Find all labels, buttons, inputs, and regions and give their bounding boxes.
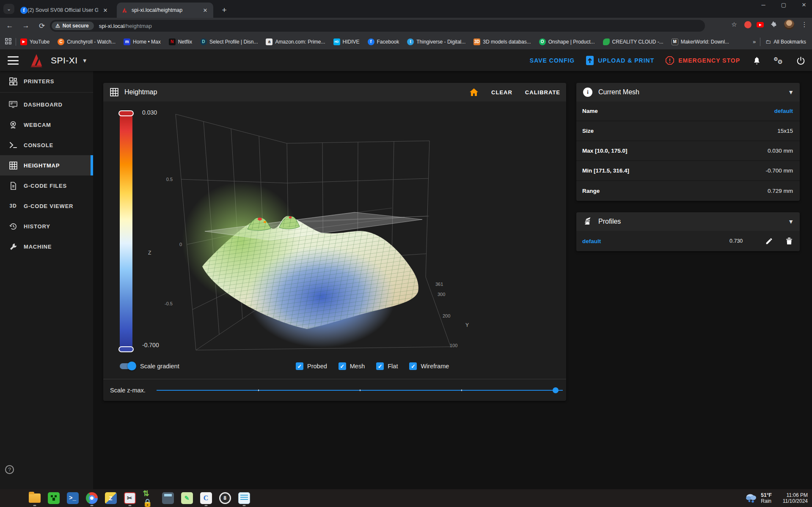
clock-date: 11/10/2024 xyxy=(783,498,808,504)
browser-menu-icon[interactable]: ⋮ xyxy=(799,19,809,30)
printer-select-chevron-icon[interactable]: ▼ xyxy=(82,58,88,64)
taskbar-chrome[interactable] xyxy=(82,489,101,507)
taskbar-snipping-tool[interactable]: ✂ xyxy=(120,489,139,507)
sidebar-item-gcode-viewer[interactable]: 3D G-CODE VIEWER xyxy=(0,196,93,216)
not-secure-chip[interactable]: ⚠ Not secure xyxy=(52,22,94,30)
taskbar-c-app[interactable]: C xyxy=(196,489,215,507)
sidebar-item-heightmap[interactable]: HEIGHTMAP xyxy=(0,155,93,175)
back-button[interactable]: ← xyxy=(3,19,16,32)
settings-gears-icon[interactable]: ⚙⚙ xyxy=(773,55,784,66)
bookmark-thingiverse[interactable]: tThingiverse - Digital... xyxy=(407,38,465,45)
sidebar-item-history[interactable]: HISTORY xyxy=(0,216,93,236)
colorbar-min-handle[interactable] xyxy=(118,346,134,352)
bookmark-hidive[interactable]: HDHIDIVE xyxy=(333,38,360,45)
extensions-puzzle-icon[interactable] xyxy=(769,19,779,30)
bookmark-3dmodels[interactable]: 3D3D models databas... xyxy=(473,38,531,45)
profile-name-link[interactable]: default xyxy=(582,238,601,244)
scale-zmax-slider[interactable] xyxy=(157,390,563,391)
sidebar-item-machine[interactable]: MACHINE xyxy=(0,236,93,257)
youtube-favicon: ▶ xyxy=(20,38,27,45)
bookmark-youtube[interactable]: ▶YouTube xyxy=(20,38,50,45)
calibrate-button[interactable]: CALIBRATE xyxy=(525,89,560,96)
bookmark-onshape[interactable]: OOnshape | Product... xyxy=(539,38,595,45)
taskbar-minecraft[interactable] xyxy=(44,489,63,507)
window-minimize-button[interactable]: ─ xyxy=(758,2,769,8)
bookmark-facebook[interactable]: fFacebook xyxy=(368,38,399,45)
sidebar-item-console[interactable]: CONSOLE xyxy=(0,135,93,155)
save-config-button[interactable]: SAVE CONFIG xyxy=(530,57,575,64)
new-tab-button[interactable]: + xyxy=(218,4,230,16)
address-bar[interactable]: ⚠ Not secure spi-xi.local/heightmap xyxy=(50,20,705,32)
taskbar-calculator[interactable] xyxy=(158,489,177,507)
taskbar-powershell[interactable]: >_ xyxy=(63,489,82,507)
window-close-button[interactable]: ✕ xyxy=(798,2,809,8)
bookmarks-overflow-chevron[interactable]: » xyxy=(753,38,755,45)
slider-thumb[interactable] xyxy=(553,387,559,393)
adblock-extension-icon[interactable] xyxy=(744,21,751,28)
mesh-name-link[interactable]: default xyxy=(774,108,793,114)
probed-checkbox[interactable] xyxy=(296,362,303,370)
reload-button[interactable]: ⟳ xyxy=(36,19,48,32)
home-button[interactable] xyxy=(469,88,479,96)
upload-print-button[interactable]: UPLOAD & PRINT xyxy=(586,55,654,66)
window-maximize-button[interactable]: ▢ xyxy=(778,2,789,8)
emergency-stop-button[interactable]: EMERGENCY STOP xyxy=(665,56,740,65)
flat-checkbox[interactable] xyxy=(376,362,384,370)
tab-close-icon[interactable]: ✕ xyxy=(102,6,109,14)
bookmark-star-icon[interactable]: ☆ xyxy=(729,19,739,30)
collapse-chevron-icon[interactable]: ▼ xyxy=(788,218,794,225)
bookmark-crunchyroll[interactable]: CCrunchyroll - Watch... xyxy=(58,38,116,45)
sidebar-item-webcam[interactable]: WEBCAM xyxy=(0,115,93,135)
heightmap-3d-plot[interactable]: 0.5 0 -0.5 Z 361 300 200 100 Y xyxy=(140,101,482,364)
power-icon[interactable] xyxy=(795,55,806,66)
taskbar-zip-utility[interactable]: Z xyxy=(101,489,120,507)
3dmodels-favicon: 3D xyxy=(473,38,480,45)
heightmap-colorbar[interactable] xyxy=(120,112,132,351)
browser-tab-active[interactable]: spi-xi.local/heightmap ✕ xyxy=(117,3,213,18)
taskbar-start-button[interactable] xyxy=(6,489,25,507)
collapse-chevron-icon[interactable]: ▼ xyxy=(788,89,794,96)
mesh-checkbox[interactable] xyxy=(339,362,346,370)
clear-button[interactable]: CLEAR xyxy=(491,89,512,96)
bookmark-disney[interactable]: DSelect Profile | Disn... xyxy=(200,38,258,45)
taskbar-notepadpp[interactable]: ✎ xyxy=(177,489,196,507)
apps-grid-icon[interactable] xyxy=(5,38,11,46)
bookmark-makerworld[interactable]: MMakerWorld: Downl... xyxy=(672,38,729,45)
profiles-header[interactable]: Profiles ▼ xyxy=(576,212,800,231)
bookmark-amazon[interactable]: aAmazon.com: Prime... xyxy=(266,38,325,45)
taskbar-file-explorer[interactable] xyxy=(25,489,44,507)
notifications-bell-icon[interactable] xyxy=(751,55,762,66)
all-bookmarks-button[interactable]: 🗀 All Bookmarks xyxy=(765,38,806,45)
probed-checkbox-item[interactable]: Probed xyxy=(296,362,327,370)
sidebar-item-printers[interactable]: PRINTERS xyxy=(0,71,93,91)
scale-gradient-toggle[interactable] xyxy=(120,363,135,369)
youtube-extension-icon[interactable] xyxy=(757,22,764,27)
bookmark-creality[interactable]: CREALITY CLOUD -... xyxy=(603,38,663,45)
profile-avatar[interactable] xyxy=(784,19,794,30)
taskbar-weather-widget[interactable]: 51°F Rain xyxy=(745,492,771,504)
menu-hamburger-icon[interactable] xyxy=(8,56,19,65)
bookmark-netflix[interactable]: NNetflix xyxy=(169,38,192,45)
current-mesh-header[interactable]: i Current Mesh ▼ xyxy=(576,83,800,101)
forward-button[interactable]: → xyxy=(19,19,32,32)
profile-edit-pencil-icon[interactable] xyxy=(764,236,773,246)
console-icon xyxy=(8,142,18,148)
profile-delete-trash-icon[interactable] xyxy=(784,236,794,246)
wireframe-checkbox[interactable] xyxy=(409,362,417,370)
taskbar-secure-transfer[interactable]: ⇅🔒 xyxy=(139,489,158,507)
sidebar-item-dashboard[interactable]: DASHBOARD xyxy=(0,94,93,115)
flat-checkbox-item[interactable]: Flat xyxy=(376,362,398,370)
help-icon[interactable]: ? xyxy=(5,465,14,474)
tab-close-icon[interactable]: ✕ xyxy=(201,6,209,14)
tab-search-button[interactable]: ⌄ xyxy=(3,4,14,14)
sidebar-item-gcode-files[interactable]: G-CODE FILES xyxy=(0,175,93,196)
taskbar-round-app[interactable]: 8 xyxy=(215,489,234,507)
taskbar-notepad[interactable] xyxy=(234,489,253,507)
bookmark-max[interactable]: mHome • Max xyxy=(124,38,161,45)
colorbar-max-handle[interactable] xyxy=(118,110,134,116)
mesh-checkbox-item[interactable]: Mesh xyxy=(339,362,365,370)
taskbar-clock[interactable]: 11:06 PM 11/10/2024 xyxy=(783,492,808,504)
wireframe-checkbox-item[interactable]: Wireframe xyxy=(409,362,449,370)
browser-tab-inactive[interactable]: f (2) Sovol SV08 Official User Gro ✕ xyxy=(16,3,113,18)
printer-name[interactable]: SPI-XI xyxy=(51,55,78,66)
